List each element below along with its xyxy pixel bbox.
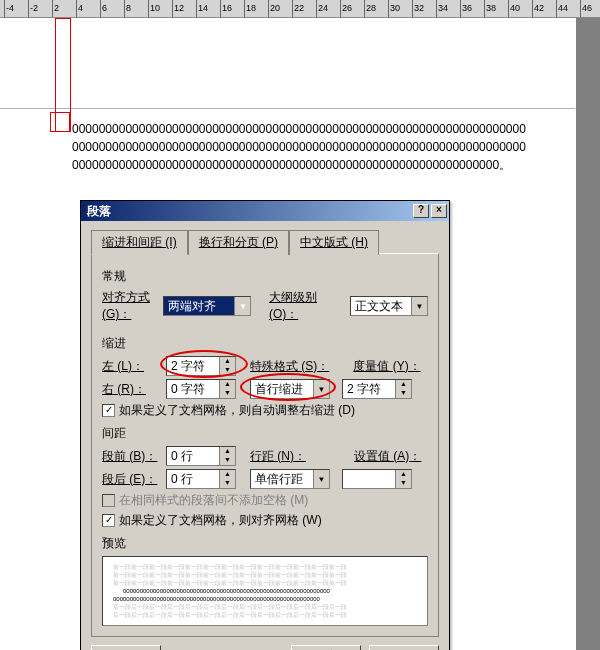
ruler-tick: 10 — [148, 0, 160, 18]
ruler-tick: 34 — [436, 0, 448, 18]
annotation-margin-highlight — [50, 112, 70, 132]
ruler-tick: 24 — [316, 0, 328, 18]
tabstrip: 缩进和间距 (I) 换行和分页 (P) 中文版式 (H) — [91, 229, 439, 254]
set-at-label: 设置值 (A)： — [354, 448, 421, 465]
ruler-tick: 40 — [508, 0, 520, 18]
chevron-down-icon — [313, 380, 329, 398]
ruler-tick: 4 — [76, 0, 83, 18]
special-format-label: 特殊格式 (S)： — [250, 358, 329, 375]
no-space-same-style-checkbox: 在相同样式的段落间不添加空格 (M) — [102, 492, 428, 509]
dialog-titlebar[interactable]: 段落 ? × — [81, 201, 449, 221]
checkbox-icon: ✓ — [102, 514, 115, 527]
ruler-tick: 2 — [52, 0, 59, 18]
close-button[interactable]: × — [431, 204, 447, 218]
chevron-down-icon — [313, 470, 329, 488]
outline-level-label: 大纲级别 (O)： — [269, 289, 346, 323]
section-spacing: 间距 — [102, 425, 428, 442]
measure-spinner[interactable]: 2 字符 — [342, 379, 412, 399]
ruler-tick: 20 — [268, 0, 280, 18]
space-after-spinner[interactable]: 0 行 — [166, 469, 236, 489]
document-body-text: 0000000000000000000000000000000000000000… — [72, 120, 572, 174]
checkbox-icon — [102, 494, 115, 507]
set-at-spinner[interactable] — [342, 469, 412, 489]
chevron-down-icon — [234, 297, 250, 315]
ruler-tick: 8 — [124, 0, 131, 18]
ruler-tick: 46 — [580, 0, 592, 18]
line-spacing-combo[interactable]: 单倍行距 — [250, 469, 330, 489]
section-general: 常规 — [102, 268, 428, 285]
ruler-tick: 38 — [484, 0, 496, 18]
tab-asian-typography[interactable]: 中文版式 (H) — [289, 230, 379, 255]
section-indent: 缩进 — [102, 335, 428, 352]
paragraph-dialog: 段落 ? × 缩进和间距 (I) 换行和分页 (P) 中文版式 (H) 常规 对… — [80, 200, 450, 650]
checkbox-icon: ✓ — [102, 404, 115, 417]
ruler-tick: 42 — [532, 0, 544, 18]
auto-adjust-right-indent-checkbox[interactable]: ✓ 如果定义了文档网格，则自动调整右缩进 (D) — [102, 402, 428, 419]
ruler-tick: 36 — [460, 0, 472, 18]
ok-button[interactable]: 确定 — [291, 645, 361, 650]
ruler-tick: 18 — [244, 0, 256, 18]
tab-indent-spacing[interactable]: 缩进和间距 (I) — [91, 230, 188, 255]
ruler-tick: 44 — [556, 0, 568, 18]
ruler-tick: 14 — [196, 0, 208, 18]
ruler-tick: 22 — [292, 0, 304, 18]
measure-label: 度量值 (Y)： — [353, 358, 420, 375]
dialog-title: 段落 — [87, 203, 111, 220]
space-after-label: 段后 (E)： — [102, 471, 162, 488]
ruler-tick: -4 — [4, 0, 14, 18]
ruler-tick: 32 — [412, 0, 424, 18]
dialog-button-row: 制表位 (T)... 确定 取消 — [91, 645, 439, 650]
line-spacing-label: 行距 (N)： — [250, 448, 306, 465]
alignment-combo[interactable]: 两端对齐 — [163, 296, 251, 316]
space-before-spinner[interactable]: 0 行 — [166, 446, 236, 466]
indent-right-spinner[interactable]: 0 字符 — [166, 379, 236, 399]
space-before-label: 段前 (B)： — [102, 448, 162, 465]
ruler-tick: 6 — [100, 0, 107, 18]
indent-right-label: 右 (R)： — [102, 381, 162, 398]
indent-left-spinner[interactable]: 2 字符 — [166, 356, 236, 376]
help-button[interactable]: ? — [413, 204, 429, 218]
ruler-tick: 26 — [340, 0, 352, 18]
ruler-tick: -2 — [28, 0, 38, 18]
section-preview: 预览 — [102, 535, 428, 552]
chevron-down-icon — [411, 297, 427, 315]
ruler-tick: 30 — [388, 0, 400, 18]
ruler-tick: 16 — [220, 0, 232, 18]
workspace-background — [576, 18, 600, 650]
horizontal-ruler: -4-2246810121416182022242628303234363840… — [0, 0, 600, 18]
outline-level-combo[interactable]: 正文文本 — [350, 296, 428, 316]
cancel-button[interactable]: 取消 — [369, 645, 439, 650]
tab-panel: 常规 对齐方式 (G)： 两端对齐 大纲级别 (O)： 正文文本 缩进 左 (L… — [91, 253, 439, 637]
tab-line-page-breaks[interactable]: 换行和分页 (P) — [188, 230, 289, 255]
snap-to-grid-checkbox[interactable]: ✓ 如果定义了文档网格，则对齐网格 (W) — [102, 512, 428, 529]
special-format-combo[interactable]: 首行缩进 — [250, 379, 330, 399]
tabs-button[interactable]: 制表位 (T)... — [91, 645, 161, 650]
ruler-tick: 28 — [364, 0, 376, 18]
indent-left-label: 左 (L)： — [102, 358, 162, 375]
alignment-label: 对齐方式 (G)： — [102, 289, 159, 323]
preview-pane: 前一段前一段前一段前一段前一段前一段前一段前一段前一段前一段前一段前一段前一段 … — [102, 556, 428, 626]
ruler-tick: 12 — [172, 0, 184, 18]
